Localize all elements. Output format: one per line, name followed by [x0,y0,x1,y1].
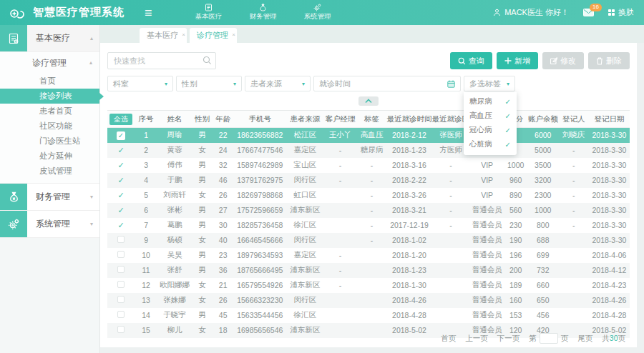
checkbox-checked-icon[interactable]: ✓ [117,206,124,214]
row-checkbox-cell[interactable]: ✓ [107,188,135,203]
table-row[interactable]: 12欧阳娜娜女2116579554926浦东新区-2018-1-30普通会员18… [107,278,630,293]
edit-button[interactable]: 修改 [542,52,584,69]
sidebar-item-link[interactable]: 门诊医生站 [0,134,99,149]
checkbox-checked-icon[interactable]: ✓ [117,146,124,154]
checkbox-empty-icon[interactable] [117,326,125,333]
checkbox-empty-icon[interactable] [117,296,125,303]
table-cell: 7 [135,218,157,233]
last-page-link[interactable]: 尾页 [577,334,592,344]
sidebar-group-system[interactable]: 系统管理 ▾ [0,211,99,238]
row-checkbox-cell[interactable] [107,323,135,338]
user-menu[interactable]: MACK医生 你好！ [493,7,569,18]
table-cell: 于鹏 [157,173,192,188]
tag-option[interactable]: 高血压✓ [464,109,517,123]
row-checkbox-cell[interactable] [107,293,135,308]
sidebar-group-finance[interactable]: 财务管理 ▾ [0,184,99,211]
prev-page-link[interactable]: 上一页 [465,334,488,344]
search-input[interactable] [107,52,216,69]
table-row[interactable]: 10吴昊男2318979634593嘉定区-2018-1-20普通会员19669… [107,248,630,263]
table-cell: 2018-4-12 [589,263,630,278]
table-row[interactable]: ✓3傅伟男3215897462989宝山区--2018-3-16-VIP1000… [107,158,630,173]
table-row[interactable]: ✓7葛鹏男3018285736458徐汇区-2017-12-19-普通会员230… [107,218,630,233]
checkbox-empty-icon[interactable] [117,311,125,318]
change-skin-button[interactable]: 换肤 [608,7,634,18]
tag-option[interactable]: 冠心病✓ [464,123,517,137]
checkbox-empty-icon[interactable] [117,266,125,273]
tag-option[interactable]: 糖尿病✓ [464,94,517,109]
row-checkbox-cell[interactable]: ✓ [107,128,135,143]
table-row[interactable]: 9杨硕女4016646545666闵行区-2018-1-02普通会员190688… [107,233,630,248]
query-button[interactable]: 查询 [450,52,492,69]
table-row[interactable]: ✓4于鹏男4613791762975闵行区--2018-2-22-VIP9603… [107,173,630,188]
row-checkbox-cell[interactable]: ✓ [107,218,135,233]
table-row[interactable]: ✓2黄蓉女2417667477546嘉定区-糖尿病2018-1-23方医师500… [107,143,630,158]
row-checkbox-cell[interactable] [107,233,135,248]
checkbox-checked-icon[interactable]: ✓ [117,131,125,140]
sidebar-item-link[interactable]: 首页 [0,74,99,89]
row-checkbox-cell[interactable] [107,278,135,293]
next-page-link[interactable]: 下一页 [497,334,520,344]
tag-dropdown: 糖尿病✓高血压✓冠心病✓心脏病✓ [464,92,517,155]
select-all-button[interactable]: 全选 [109,114,132,125]
topnav-finance[interactable]: 财务管理 [250,4,277,21]
close-icon[interactable]: × [232,27,235,42]
collapse-filters-button[interactable] [358,96,379,106]
sidebar-item-link[interactable]: 社区功能 [0,119,99,134]
table-row[interactable]: 14于晓宇男4515633544456徐汇区2018-4-28普通会员15345… [107,308,630,323]
table-cell: - [559,203,589,218]
row-checkbox-cell[interactable]: ✓ [107,203,135,218]
patient-source-select[interactable]: 患者来源 ▾ [245,76,311,91]
first-page-link[interactable]: 首页 [441,334,456,344]
tag-option[interactable]: 心脏病✓ [464,137,517,151]
table-cell: 190 [504,233,527,248]
row-checkbox-cell[interactable]: ✓ [107,158,135,173]
table-row[interactable]: ✓1周瑜男2218623656882松江区王小丫高血压2018-2-12张医师6… [107,128,630,143]
row-checkbox-cell[interactable]: ✓ [107,173,135,188]
row-checkbox-cell[interactable] [107,308,135,323]
gear-icon [313,4,321,11]
topnav-system[interactable]: 系统管理 [304,4,331,21]
table-cell: 普通会员 [470,308,504,323]
table-row[interactable]: ✓6张彬男2717572596659浦东新区-2018-3-21-普通会员560… [107,203,630,218]
sidebar-item-link[interactable]: 处方延伸 [0,149,99,164]
table-row[interactable]: 11张舒男3618765666495浦东新区-2018-1-23普通会员2007… [107,263,630,278]
sidebar-item-link[interactable]: 皮试管理 [0,164,99,179]
sidebar-item-active[interactable]: 接诊列表 [0,89,99,104]
sidebar-item-link[interactable]: 患者首页 [0,104,99,119]
sidebar-group-basic-medical[interactable]: 基本医疗 ▴ [0,25,99,52]
row-checkbox-cell[interactable]: ✓ [107,143,135,158]
main-content: 基本医疗 × 诊疗管理 × 查询 [100,25,644,353]
add-button[interactable]: 新增 [497,52,538,69]
page-number-input[interactable] [540,333,558,344]
table-cell: 36 [213,263,233,278]
checkbox-empty-icon[interactable] [117,251,125,258]
table-row[interactable]: ✓5刘雨轩女2618269798868虹口区-2018-3-26-VIP8902… [107,188,630,203]
sidebar-submenu-header[interactable]: 诊疗管理 ▴ [0,52,99,74]
visit-time-picker[interactable]: 就诊时间 [313,76,461,91]
table-row[interactable]: 13张姝娜女2615666323230闵行区2018-4-26普通会员16065… [107,293,630,308]
checkbox-checked-icon[interactable]: ✓ [117,161,124,169]
tab-basic-medical[interactable]: 基本医疗 × [140,28,187,43]
checkbox-checked-icon[interactable]: ✓ [117,191,124,199]
tab-treatment-management[interactable]: 诊疗管理 × [190,28,237,43]
checkbox-empty-icon[interactable] [117,236,125,243]
multi-tag-select[interactable]: 多选标签 ▾ [464,76,515,91]
table-cell [559,263,589,278]
table-cell: - [356,203,386,218]
close-icon[interactable]: × [182,27,185,42]
checkbox-empty-icon[interactable] [117,281,125,288]
gender-select[interactable]: 性别 ▾ [176,76,242,91]
row-checkbox-cell[interactable] [107,248,135,263]
table-cell: 15633544456 [233,308,286,323]
checkbox-checked-icon[interactable]: ✓ [117,176,124,184]
hamburger-icon[interactable]: ≡ [145,6,152,19]
delete-button[interactable]: 删除 [588,52,630,69]
table-cell: 2018-3-30 [589,143,630,158]
messages-button[interactable]: 16 [583,9,594,16]
row-checkbox-cell[interactable] [107,263,135,278]
table-cell: 13 [135,293,157,308]
table-cell: 18765666495 [233,263,286,278]
checkbox-checked-icon[interactable]: ✓ [117,221,124,229]
department-select[interactable]: 科室 ▾ [107,76,173,91]
topnav-basic-medical[interactable]: 基本医疗 [195,4,223,21]
